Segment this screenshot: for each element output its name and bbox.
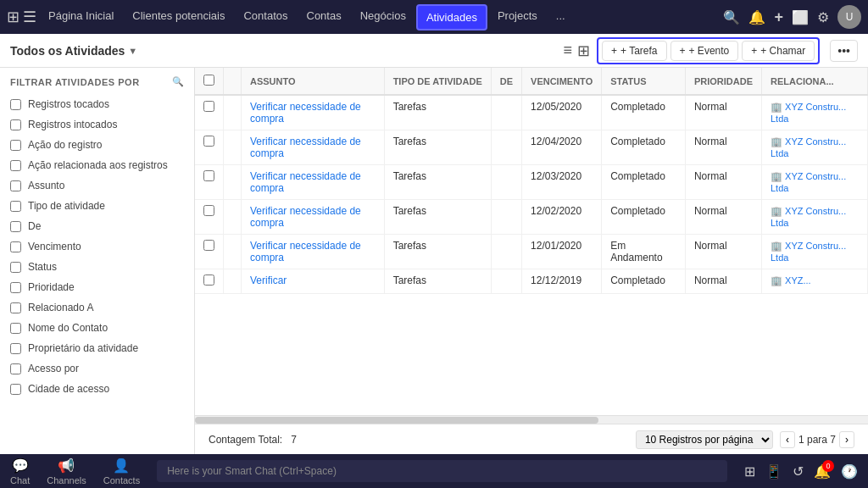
- filter-checkbox[interactable]: [10, 363, 21, 374]
- filter-checkbox[interactable]: [10, 160, 21, 171]
- filter-checkbox[interactable]: [10, 282, 21, 293]
- filter-checkbox[interactable]: [10, 384, 21, 395]
- more-options-button[interactable]: •••: [830, 40, 858, 62]
- col-header-5[interactable]: VENCIMENTO: [522, 68, 602, 95]
- sidebar-filter-item[interactable]: Tipo de atividade: [0, 196, 194, 216]
- sidebar-filter-item[interactable]: Status: [0, 257, 194, 277]
- plus-icon[interactable]: +: [774, 8, 783, 26]
- col-header-7[interactable]: PRIORIDADE: [685, 68, 761, 95]
- related-link[interactable]: 🏢 XYZ...: [771, 275, 811, 286]
- filter-checkbox[interactable]: [10, 99, 21, 110]
- subject-link[interactable]: Verificar necessidade de compra: [250, 136, 361, 159]
- row-checkbox[interactable]: [203, 205, 214, 216]
- next-page-button[interactable]: ›: [839, 431, 854, 448]
- user-avatar[interactable]: U: [837, 5, 861, 29]
- clock-icon[interactable]: 🕐: [841, 463, 858, 480]
- subject-link[interactable]: Verificar necessidade de compra: [250, 205, 361, 229]
- related-link[interactable]: 🏢 XYZ Constru... Ltda: [771, 206, 846, 228]
- sidebar-filter-item[interactable]: Registros tocados: [0, 94, 194, 114]
- dropdown-arrow[interactable]: ▼: [128, 46, 137, 56]
- row-checkbox[interactable]: [203, 240, 214, 251]
- select-all-checkbox[interactable]: [203, 75, 214, 86]
- add-chamar-button[interactable]: + + Chamar: [742, 41, 815, 61]
- sidebar-search-icon[interactable]: 🔍: [172, 76, 185, 87]
- col-header-2[interactable]: ASSUNTO: [242, 68, 385, 95]
- horizontal-scrollbar[interactable]: [195, 415, 868, 424]
- nav-item-atividades[interactable]: Atividades: [416, 4, 487, 30]
- list-view-icon[interactable]: ≡: [564, 42, 573, 59]
- filter-checkbox[interactable]: [10, 343, 21, 354]
- nav-item-projects[interactable]: Projects: [489, 4, 546, 30]
- filter-checkbox[interactable]: [10, 140, 21, 151]
- sidebar-filter-item[interactable]: De: [0, 216, 194, 236]
- column-view-icon[interactable]: ⊞: [577, 42, 590, 60]
- screen-share-icon[interactable]: ⊞: [744, 463, 755, 480]
- sidebar-filter-item[interactable]: Relacionado A: [0, 297, 194, 318]
- nav-item-negócios[interactable]: Negócios: [352, 4, 415, 30]
- activities-table: ASSUNTOTIPO DE ATIVIDADEDEVENCIMENTOSTAT…: [195, 68, 868, 294]
- chat-button[interactable]: 💬 Chat: [10, 458, 30, 485]
- row-checkbox[interactable]: [203, 136, 214, 147]
- filter-checkbox[interactable]: [10, 323, 21, 334]
- search-icon[interactable]: 🔍: [723, 9, 740, 25]
- sidebar-filter-item[interactable]: Prioridade: [0, 277, 194, 297]
- sidebar-filter-item[interactable]: Nome do Contato: [0, 318, 194, 338]
- filter-checkbox[interactable]: [10, 302, 21, 313]
- row-checkbox[interactable]: [203, 274, 214, 286]
- channels-button[interactable]: 📢 Channels: [47, 458, 86, 485]
- col-header-8[interactable]: RELACIONA...: [762, 68, 868, 95]
- notification-badge[interactable]: 🔔 0: [814, 463, 831, 480]
- subject-link[interactable]: Verificar necessidade de compra: [250, 101, 361, 125]
- refresh-icon[interactable]: ↺: [793, 463, 804, 480]
- sidebar-filter-item[interactable]: Ação relacionada aos registros: [0, 155, 194, 175]
- col-header-4[interactable]: DE: [491, 68, 521, 95]
- filter-checkbox[interactable]: [10, 119, 21, 130]
- sidebar-filter-item[interactable]: Vencimento: [0, 236, 194, 257]
- related-link[interactable]: 🏢 XYZ Constru... Ltda: [771, 171, 846, 193]
- nav-item-contatos[interactable]: Contatos: [235, 4, 296, 30]
- count-value: 7: [291, 434, 297, 446]
- filter-checkbox[interactable]: [10, 180, 21, 191]
- smart-chat-input[interactable]: Here is your Smart Chat (Ctrl+Space): [157, 460, 727, 482]
- row-expand-cell: [224, 165, 242, 200]
- apps-icon[interactable]: ⊞: [7, 8, 19, 26]
- nav-item-clientes-potenciais[interactable]: Clientes potenciais: [124, 4, 233, 30]
- row-checkbox[interactable]: [203, 101, 214, 112]
- filter-checkbox[interactable]: [10, 221, 21, 232]
- nav-item-página-inicial[interactable]: Página Inicial: [40, 4, 122, 30]
- settings-icon[interactable]: ⚙: [817, 9, 829, 25]
- add-evento-button[interactable]: + + Evento: [670, 41, 739, 61]
- sidebar-filter-item[interactable]: Registros intocados: [0, 114, 194, 135]
- col-header-6[interactable]: STATUS: [602, 68, 686, 95]
- table-scroll[interactable]: ASSUNTOTIPO DE ATIVIDADEDEVENCIMENTOSTAT…: [195, 68, 868, 415]
- related-link[interactable]: 🏢 XYZ Constru... Ltda: [771, 136, 846, 158]
- col-header-0[interactable]: [195, 68, 224, 95]
- col-header-3[interactable]: TIPO DE ATIVIDADE: [384, 68, 491, 95]
- filter-checkbox[interactable]: [10, 262, 21, 273]
- related-link[interactable]: 🏢 XYZ Constru... Ltda: [771, 102, 846, 124]
- menu-icon[interactable]: ☰: [23, 8, 36, 26]
- sidebar-filter-item[interactable]: Proprietário da atividade: [0, 338, 194, 358]
- filter-checkbox[interactable]: [10, 201, 21, 212]
- subject-link[interactable]: Verificar necessidade de compra: [250, 170, 361, 194]
- bell-icon[interactable]: 🔔: [748, 9, 765, 25]
- prev-page-button[interactable]: ‹: [780, 431, 795, 448]
- sidebar-filter-item[interactable]: Acesso por: [0, 358, 194, 379]
- contacts-button[interactable]: 👤 Contacts: [103, 458, 140, 485]
- filter-checkbox[interactable]: [10, 241, 21, 252]
- due-cell: 12/12/2019: [522, 269, 602, 294]
- screen-icon[interactable]: ⬜: [792, 9, 809, 25]
- add-tarefa-button[interactable]: + + Tarefa: [602, 41, 667, 61]
- mobile-icon[interactable]: 📱: [765, 463, 782, 480]
- sidebar-filter-item[interactable]: Ação do registro: [0, 135, 194, 155]
- col-header-1[interactable]: [224, 68, 242, 95]
- nav-item-contas[interactable]: Contas: [298, 4, 350, 30]
- per-page-select[interactable]: 10 Registros por página 20 Registros por…: [636, 430, 773, 449]
- subject-link[interactable]: Verificar necessidade de compra: [250, 240, 361, 263]
- row-checkbox[interactable]: [203, 170, 214, 181]
- nav-item-...[interactable]: ...: [548, 4, 574, 30]
- subject-link[interactable]: Verificar: [250, 274, 287, 286]
- sidebar-filter-item[interactable]: Assunto: [0, 175, 194, 196]
- related-link[interactable]: 🏢 XYZ Constru... Ltda: [771, 241, 846, 263]
- sidebar-filter-item[interactable]: Cidade de acesso: [0, 379, 194, 399]
